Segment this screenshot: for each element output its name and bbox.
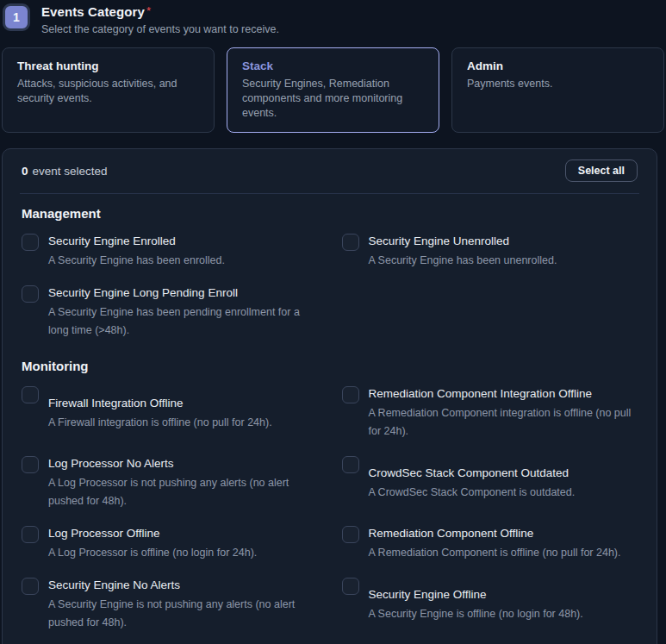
section-title-management: Management <box>22 206 638 221</box>
category-description: Security Engines, Remediation components… <box>242 77 424 121</box>
event-label: Log Processor No Alerts <box>48 455 318 472</box>
event-item[interactable]: CrowdSec Stack Component Outdated A Crow… <box>342 455 638 510</box>
category-card-admin[interactable]: Admin Payments events. <box>451 47 664 133</box>
category-description: Attacks, suspicious activities, and secu… <box>17 77 199 106</box>
event-item[interactable]: Security Engine Long Pending Enroll A Se… <box>22 284 318 340</box>
event-description: A Log Processor is not pushing any alert… <box>48 474 318 510</box>
section-title-monitoring: Monitoring <box>22 359 638 373</box>
category-card-stack[interactable]: Stack Security Engines, Remediation comp… <box>227 47 439 133</box>
event-label: Security Engine No Alerts <box>48 577 318 593</box>
event-label: Security Engine Unenrolled <box>369 233 557 249</box>
category-description: Payments events. <box>467 77 649 91</box>
event-checkbox[interactable] <box>22 234 39 251</box>
event-description: A CrowdSec Stack Component is outdated. <box>369 484 576 502</box>
event-description: A Firewall integration is offline (no pu… <box>48 414 272 432</box>
event-description: A Security Engine has been enrolled. <box>48 252 225 270</box>
monitoring-items: Firewall Integration Offline A Firewall … <box>20 385 639 632</box>
event-description: A Remediation Component is offline (no p… <box>369 544 621 562</box>
event-label: Log Processor Offline <box>48 525 257 541</box>
event-item[interactable]: Log Processor No Alerts A Log Processor … <box>22 455 318 510</box>
event-label: Security Engine Long Pending Enroll <box>48 284 318 301</box>
events-panel: 0event selected Select all Management Se… <box>2 148 657 644</box>
event-label: Remediation Component Offline <box>369 525 621 541</box>
required-asterisk: * <box>146 4 151 17</box>
category-title: Stack <box>242 59 424 72</box>
category-title: Threat hunting <box>17 59 199 72</box>
management-items: Security Engine Enrolled A Security Engi… <box>20 233 639 340</box>
step-number-badge: 1 <box>3 3 30 31</box>
event-item[interactable]: Log Processor Offline A Log Processor is… <box>22 525 318 562</box>
event-item[interactable]: Security Engine Unenrolled A Security En… <box>342 233 638 270</box>
event-label: Remediation Component Integration Offlin… <box>369 385 638 402</box>
step-title-row: Events Category* <box>41 4 279 20</box>
event-description: A Log Processor is offline (no login for… <box>48 544 257 562</box>
event-label: Security Engine Enrolled <box>48 233 225 249</box>
selected-count-text: 0event selected <box>22 165 108 178</box>
category-title: Admin <box>467 59 649 72</box>
event-item[interactable]: Security Engine Offline A Security Engin… <box>342 577 638 632</box>
event-description: A Security Engine is offline (no login f… <box>369 605 583 623</box>
event-description: A Security Engine has been unenrolled. <box>369 252 557 270</box>
event-checkbox[interactable] <box>342 578 359 595</box>
selected-count: 0 <box>22 165 28 178</box>
event-label: Security Engine Offline <box>369 586 583 603</box>
event-checkbox[interactable] <box>342 386 359 403</box>
step-header: 1 Events Category* Select the category o… <box>0 0 666 35</box>
event-label: Firewall Integration Offline <box>48 395 272 411</box>
event-description: A Security Engine is not pushing any ale… <box>48 596 318 632</box>
page-subtitle: Select the category of events you want t… <box>41 23 279 35</box>
event-checkbox[interactable] <box>22 578 39 595</box>
event-checkbox[interactable] <box>22 526 39 543</box>
event-item[interactable]: Security Engine Enrolled A Security Engi… <box>22 233 318 270</box>
event-item[interactable]: Security Engine No Alerts A Security Eng… <box>22 577 318 632</box>
events-panel-header: 0event selected Select all <box>20 149 639 194</box>
category-card-threat-hunting[interactable]: Threat hunting Attacks, suspicious activ… <box>2 47 215 133</box>
event-item[interactable]: Remediation Component Offline A Remediat… <box>342 525 638 562</box>
panel-footnote: *Multiple events selectable for this cat… <box>20 632 639 644</box>
event-item[interactable]: Firewall Integration Offline A Firewall … <box>22 385 318 441</box>
event-item[interactable]: Remediation Component Integration Offlin… <box>342 385 638 441</box>
event-checkbox[interactable] <box>22 456 39 473</box>
category-cards: Threat hunting Attacks, suspicious activ… <box>0 35 666 148</box>
selected-count-suffix: event selected <box>33 165 108 178</box>
select-all-button[interactable]: Select all <box>565 159 638 182</box>
page-title: Events Category <box>41 4 145 19</box>
event-checkbox[interactable] <box>342 234 359 251</box>
event-description: A Security Engine has been pending enrol… <box>48 303 318 340</box>
event-checkbox[interactable] <box>22 386 39 403</box>
event-description: A Remediation Component integration is o… <box>369 404 638 441</box>
event-checkbox[interactable] <box>22 285 39 303</box>
event-checkbox[interactable] <box>342 526 359 543</box>
event-checkbox[interactable] <box>342 456 359 473</box>
event-label: CrowdSec Stack Component Outdated <box>369 465 576 481</box>
